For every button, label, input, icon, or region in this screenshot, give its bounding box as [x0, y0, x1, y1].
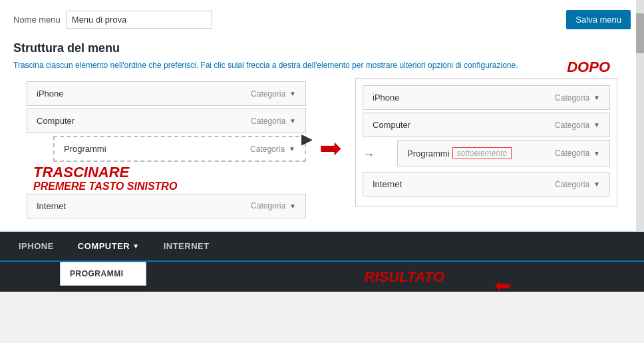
risultato-arrow-icon: ⬅ [494, 274, 511, 297]
right-menu-item-computer[interactable]: Computer Categoria ▼ [363, 113, 610, 137]
right-menu-item-internet[interactable]: Internet Categoria ▼ [363, 172, 610, 196]
menu-item-internet[interactable]: Internet Categoria ▼ [27, 194, 306, 218]
dropdown-arrow-icon[interactable]: ▼ [289, 90, 296, 97]
menu-item-label: Programmi [64, 144, 106, 154]
sub-indent-arrow-icon: → [363, 148, 375, 162]
categoria-label: Categoria [555, 180, 589, 189]
menu-item-label: Programmi [407, 149, 450, 159]
dropdown-arrow-icon[interactable]: ▼ [289, 117, 296, 125]
struttura-title: Struttura del menu [13, 41, 631, 55]
bottom-nav: IPHONE COMPUTER ▼ INTERNET PROGRAMMI RIS… [0, 232, 644, 292]
menu-item-programmi[interactable]: Programmi Categoria ▼ [53, 136, 306, 162]
premere-label: PREMERE TASTO SINISTRO [33, 180, 306, 192]
right-menu-item-iphone[interactable]: iPhone Categoria ▼ [363, 85, 610, 110]
dropdown-arrow-icon[interactable]: ▼ [593, 180, 600, 188]
nav-bar: IPHONE COMPUTER ▼ INTERNET [0, 232, 644, 262]
nav-dropdown-item-programmi[interactable]: PROGRAMMI [61, 262, 146, 285]
categoria-label: Categoria [251, 117, 285, 126]
cursor-icon: ▶ [301, 131, 313, 148]
menu-item-label: Internet [37, 201, 66, 211]
nav-item-computer[interactable]: COMPUTER ▼ [66, 231, 152, 261]
categoria-label: Categoria [251, 89, 285, 99]
sottoelemento-label: sottoelemento [452, 147, 512, 159]
menu-name-label: Nome menu [13, 15, 61, 25]
categoria-label: Categoria [251, 201, 285, 210]
menu-item-label: Internet [373, 179, 402, 189]
arrow-container: ➡ [306, 135, 355, 161]
categoria-label: Categoria [555, 93, 589, 103]
dropdown-arrow-icon[interactable]: ▼ [593, 150, 600, 157]
menu-item-label: Computer [37, 116, 75, 126]
categoria-label: Categoria [555, 149, 589, 158]
menu-item-label: iPhone [37, 89, 63, 99]
dropdown-arrow-icon[interactable]: ▼ [289, 145, 295, 153]
dopo-label: DOPO [567, 59, 610, 76]
menu-item-iphone[interactable]: iPhone Categoria ▼ [27, 81, 306, 106]
nav-item-label: IPHONE [19, 241, 54, 251]
risultato-label: RISULTATO [364, 268, 444, 286]
drag-annotation: TRASCINARE PREMERE TASTO SINISTRO [33, 165, 306, 192]
dropdown-arrow-icon[interactable]: ▼ [289, 202, 296, 210]
menu-name-input[interactable] [66, 11, 212, 29]
nav-item-label: INTERNET [164, 241, 210, 251]
menu-item-label: Computer [373, 120, 410, 130]
menu-item-computer[interactable]: Computer Categoria ▼ [27, 109, 306, 133]
save-button[interactable]: Salva menu [566, 10, 631, 29]
right-arrow-icon: ➡ [319, 135, 342, 161]
right-menu-item-programmi[interactable]: Programmi sottoelemento Categoria ▼ [397, 140, 610, 167]
dropdown-caret-icon: ▼ [132, 242, 139, 250]
menu-item-label: iPhone [373, 93, 399, 103]
nav-item-label: COMPUTER [78, 241, 130, 251]
nav-dropdown: PROGRAMMI [60, 262, 146, 286]
categoria-label: Categoria [250, 145, 285, 154]
trascinare-label: TRASCINARE [33, 165, 306, 180]
description-text: Trascina ciascun elemento nell'ordine ch… [13, 59, 559, 71]
right-dopo-panel: DOPO iPhone Categoria ▼ Computer Categor… [355, 78, 617, 206]
scrollbar-thumb[interactable] [636, 13, 644, 53]
dropdown-arrow-icon[interactable]: ▼ [593, 94, 600, 101]
left-menu-panel: iPhone Categoria ▼ Computer Categoria ▼ [27, 81, 306, 221]
nav-item-internet[interactable]: INTERNET [152, 231, 222, 261]
nav-item-iphone[interactable]: IPHONE [7, 231, 66, 261]
categoria-label: Categoria [555, 121, 589, 130]
dropdown-arrow-icon[interactable]: ▼ [593, 121, 600, 129]
